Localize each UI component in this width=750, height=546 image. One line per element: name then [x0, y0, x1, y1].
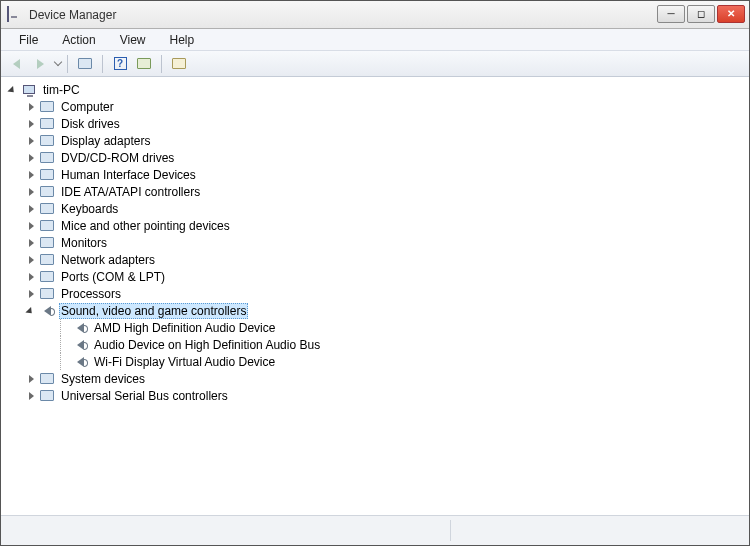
expander-icon[interactable] [25, 152, 37, 164]
category-icon [39, 99, 55, 115]
properties-icon [172, 58, 186, 69]
category-icon [39, 184, 55, 200]
tree-category-label: Processors [59, 287, 123, 301]
tree-category-label: Network adapters [59, 253, 157, 267]
tree-category-label: Mice and other pointing devices [59, 219, 232, 233]
category-icon [39, 167, 55, 183]
toolbar: ? [1, 51, 749, 77]
maximize-button[interactable]: ◻ [687, 5, 715, 23]
tree-category[interactable]: Ports (COM & LPT) [7, 268, 749, 285]
expander-icon[interactable] [25, 118, 37, 130]
tree-device[interactable]: Audio Device on High Definition Audio Bu… [7, 336, 749, 353]
nav-back-button[interactable] [5, 53, 27, 75]
expander-icon[interactable] [25, 373, 37, 385]
speaker-icon [72, 354, 88, 370]
properties-button[interactable] [168, 53, 190, 75]
category-icon [39, 235, 55, 251]
tree-category[interactable]: Display adapters [7, 132, 749, 149]
window-controls: ─ ◻ ✕ [655, 5, 745, 25]
tree-line [60, 353, 72, 370]
tree-category-label: Universal Serial Bus controllers [59, 389, 230, 403]
category-icon [39, 303, 55, 319]
speaker-icon [72, 337, 88, 353]
expander-icon[interactable] [25, 271, 37, 283]
menu-help[interactable]: Help [160, 31, 205, 49]
tree-category[interactable]: Universal Serial Bus controllers [7, 387, 749, 404]
expander-icon[interactable] [25, 305, 37, 317]
tree-device-label: Audio Device on High Definition Audio Bu… [92, 338, 322, 352]
status-bar [1, 515, 749, 545]
tree-category[interactable]: Mice and other pointing devices [7, 217, 749, 234]
tree-category[interactable]: Monitors [7, 234, 749, 251]
category-icon [39, 286, 55, 302]
expander-icon[interactable] [25, 237, 37, 249]
tree-category-label: Ports (COM & LPT) [59, 270, 167, 284]
expander-icon[interactable] [25, 390, 37, 402]
nav-forward-button[interactable] [29, 53, 51, 75]
close-button[interactable]: ✕ [717, 5, 745, 23]
tree-category[interactable]: Computer [7, 98, 749, 115]
device-tree[interactable]: tim-PC ComputerDisk drivesDisplay adapte… [1, 77, 749, 510]
tree-device[interactable]: Wi-Fi Display Virtual Audio Device [7, 353, 749, 370]
tree-category-label: IDE ATA/ATAPI controllers [59, 185, 202, 199]
device-icon [78, 58, 92, 69]
scan-hardware-button[interactable] [133, 53, 155, 75]
show-hidden-button[interactable] [74, 53, 96, 75]
expander-icon[interactable] [25, 186, 37, 198]
toolbar-separator [161, 55, 162, 73]
category-icon [39, 116, 55, 132]
tree-category-label: Monitors [59, 236, 109, 250]
expander-icon[interactable] [25, 288, 37, 300]
title-bar: Device Manager ─ ◻ ✕ [1, 1, 749, 29]
category-icon [39, 252, 55, 268]
expander-icon[interactable] [25, 135, 37, 147]
tree-device-label: AMD High Definition Audio Device [92, 321, 277, 335]
tree-category[interactable]: DVD/CD-ROM drives [7, 149, 749, 166]
tree-category-label: Sound, video and game controllers [59, 303, 248, 319]
tree-category[interactable]: Disk drives [7, 115, 749, 132]
tree-device-label: Wi-Fi Display Virtual Audio Device [92, 355, 277, 369]
tree-category[interactable]: Sound, video and game controllers [7, 302, 749, 319]
speaker-icon [72, 320, 88, 336]
tree-category[interactable]: Network adapters [7, 251, 749, 268]
help-button[interactable]: ? [109, 53, 131, 75]
category-icon [39, 133, 55, 149]
arrow-right-icon [37, 59, 44, 69]
tree-device[interactable]: AMD High Definition Audio Device [7, 319, 749, 336]
window-title: Device Manager [29, 8, 655, 22]
expander-icon[interactable] [25, 220, 37, 232]
expander-icon[interactable] [25, 169, 37, 181]
tree-category[interactable]: System devices [7, 370, 749, 387]
minimize-button[interactable]: ─ [657, 5, 685, 23]
help-icon: ? [114, 57, 127, 70]
app-icon [7, 7, 23, 23]
tree-root-label: tim-PC [41, 83, 82, 97]
tree-category[interactable]: IDE ATA/ATAPI controllers [7, 183, 749, 200]
expander-icon[interactable] [25, 254, 37, 266]
tree-category-label: Computer [59, 100, 116, 114]
menu-file[interactable]: File [9, 31, 48, 49]
nav-dropdown-icon[interactable] [54, 58, 62, 66]
toolbar-separator [67, 55, 68, 73]
tree-category-label: Disk drives [59, 117, 122, 131]
computer-icon [21, 82, 37, 98]
category-icon [39, 371, 55, 387]
expander-icon[interactable] [25, 203, 37, 215]
category-icon [39, 269, 55, 285]
menu-view[interactable]: View [110, 31, 156, 49]
tree-root[interactable]: tim-PC [7, 81, 749, 98]
expander-icon[interactable] [25, 101, 37, 113]
tree-category[interactable]: Human Interface Devices [7, 166, 749, 183]
tree-category[interactable]: Processors [7, 285, 749, 302]
category-icon [39, 201, 55, 217]
expander-icon[interactable] [7, 84, 19, 96]
tree-category-label: Keyboards [59, 202, 120, 216]
tree-category[interactable]: Keyboards [7, 200, 749, 217]
arrow-left-icon [13, 59, 20, 69]
category-icon [39, 388, 55, 404]
toolbar-separator [102, 55, 103, 73]
tree-category-label: Human Interface Devices [59, 168, 198, 182]
tree-category-label: Display adapters [59, 134, 152, 148]
menu-action[interactable]: Action [52, 31, 105, 49]
category-icon [39, 150, 55, 166]
